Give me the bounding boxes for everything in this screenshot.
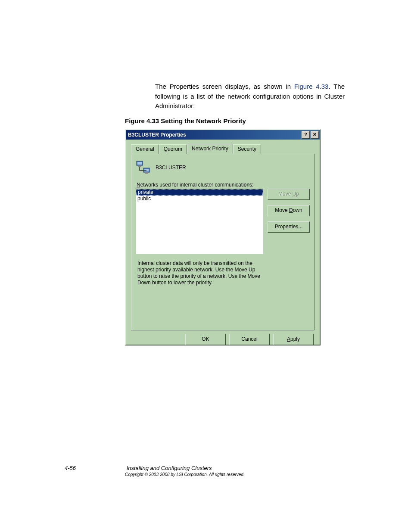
move-down-button[interactable]: Move Down xyxy=(268,205,310,216)
tab-network-priority[interactable]: Network Priority xyxy=(187,144,233,154)
properties-button[interactable]: Properties... xyxy=(268,221,310,233)
svg-rect-2 xyxy=(138,165,141,167)
help-icon: ? xyxy=(304,132,307,137)
btn-text: Cancel xyxy=(241,336,257,342)
move-up-button[interactable]: Move Up xyxy=(268,189,310,200)
btn-text: pply xyxy=(290,336,300,342)
cluster-icon xyxy=(136,160,150,175)
properties-dialog: B3CLUSTER Properties ? ✕ General Quorum … xyxy=(125,129,321,345)
copyright-text: Copyright © 2003-2008 by LSI Corporation… xyxy=(125,472,345,477)
footer-title: Installing and Configuring Clusters xyxy=(127,465,212,471)
tab-panel-network-priority: B3CLUSTER Networks used for internal clu… xyxy=(131,154,314,330)
svg-rect-1 xyxy=(137,162,142,165)
description-text: Internal cluster data will only be trans… xyxy=(131,254,273,286)
btn-text: OK xyxy=(202,336,209,342)
mnemonic-char: A xyxy=(287,336,290,342)
list-item[interactable]: private xyxy=(136,189,263,196)
tab-label: Quorum xyxy=(164,146,182,152)
figure-caption: Figure 4.33 Setting the Network Priority xyxy=(125,117,246,124)
tab-label: Network Priority xyxy=(192,146,228,152)
tab-strip: General Quorum Network Priority Security xyxy=(126,140,320,154)
dialog-title: B3CLUSTER Properties xyxy=(128,132,302,138)
tab-label: Security xyxy=(238,146,256,152)
btn-text: p xyxy=(296,191,299,197)
tab-security[interactable]: Security xyxy=(233,144,261,154)
btn-text: own xyxy=(293,207,302,213)
apply-button[interactable]: Apply xyxy=(273,334,314,345)
help-button[interactable]: ? xyxy=(302,131,310,139)
networks-list-label: Networks used for internal cluster commu… xyxy=(131,177,314,189)
close-button[interactable]: ✕ xyxy=(311,131,319,139)
mnemonic-char: P xyxy=(275,224,278,230)
tab-general[interactable]: General xyxy=(131,144,159,154)
btn-text: Move xyxy=(275,207,289,213)
close-icon: ✕ xyxy=(313,132,317,137)
figure-reference-link[interactable]: Figure 4.33 xyxy=(294,83,329,90)
list-item[interactable]: public xyxy=(136,196,263,202)
page-footer: 4-56 Installing and Configuring Clusters… xyxy=(65,465,345,477)
tab-quorum[interactable]: Quorum xyxy=(159,144,187,154)
label-text: etworks used for internal cluster commun… xyxy=(140,182,254,188)
page-number: 4-56 xyxy=(65,465,125,471)
cancel-button[interactable]: Cancel xyxy=(229,334,270,345)
btn-text: Move xyxy=(278,191,293,197)
ok-button[interactable]: OK xyxy=(185,334,226,345)
svg-rect-5 xyxy=(145,172,148,174)
intro-prefix: The Properties screen displays, as shown… xyxy=(155,83,294,90)
networks-listbox[interactable]: private public xyxy=(136,189,263,254)
mnemonic-char: N xyxy=(137,182,140,188)
btn-text: roperties... xyxy=(278,224,303,230)
tab-label: General xyxy=(136,146,154,152)
dialog-button-row: OK Cancel Apply xyxy=(126,334,320,345)
cluster-name-label: B3CLUSTER xyxy=(156,165,186,171)
svg-rect-4 xyxy=(144,169,149,171)
mnemonic-char: D xyxy=(289,207,293,213)
titlebar: B3CLUSTER Properties ? ✕ xyxy=(126,130,320,140)
intro-paragraph: The Properties screen displays, as shown… xyxy=(155,82,345,111)
